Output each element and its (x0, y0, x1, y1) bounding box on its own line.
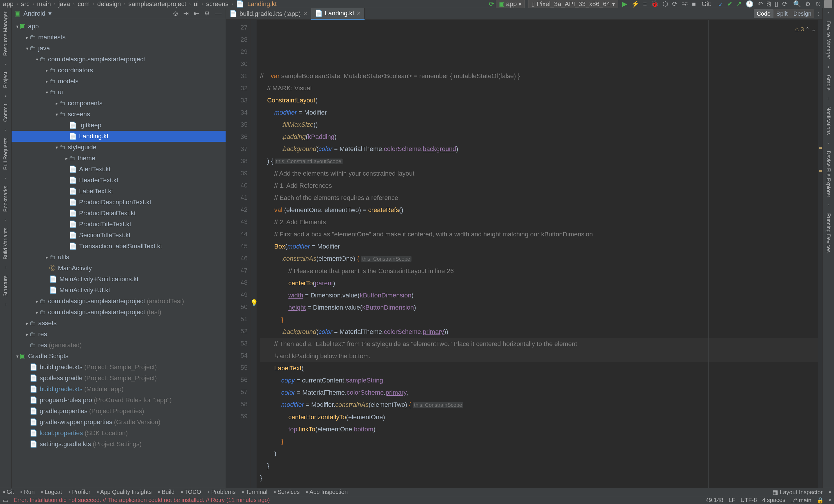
tree-item[interactable]: 📄proguard-rules.pro(ProGuard Rules for "… (12, 395, 225, 406)
coverage-icon[interactable]: ⬡ (663, 0, 668, 8)
tool-services[interactable]: ▫ Services (274, 489, 300, 495)
run-config-selector[interactable]: ▣ app ▾ (496, 0, 525, 9)
tree-item[interactable]: ▸🗀theme (12, 153, 225, 164)
rail-project[interactable]: Project (3, 70, 9, 90)
tree-item[interactable]: 📄Landing.kt (12, 131, 225, 142)
tree-item[interactable]: ▸🗀coordinators (12, 65, 225, 76)
select-opened-icon[interactable]: ⊚ (172, 10, 179, 17)
inspection-widget[interactable]: ⚠ 3 ⌃ ⌄ (794, 23, 816, 35)
expand-icon[interactable]: ⇥ (182, 10, 190, 17)
chevron-up-icon[interactable]: ⌃ (805, 23, 810, 35)
avatar[interactable] (824, 0, 832, 8)
tree-item[interactable]: ▾▣Gradle Scripts (12, 351, 225, 362)
tree-chevron[interactable]: ▸ (45, 79, 49, 84)
rail-icon[interactable]: ▫ (5, 175, 7, 181)
tree-item[interactable]: ▸🗀assets (12, 318, 225, 329)
tool-problems[interactable]: ▫ Problems (207, 489, 236, 495)
tree-item[interactable]: 📄ProductTitleText.kt (12, 219, 225, 230)
undo-icon[interactable]: ↶ (758, 0, 763, 8)
stop-button[interactable]: ■ (692, 0, 696, 8)
apply-changes-icon[interactable]: ⚡ (631, 0, 639, 8)
memory-icon[interactable]: ▫ (829, 497, 831, 503)
breadcrumb-item[interactable]: samplestarterproject (127, 0, 188, 8)
tree-item[interactable]: ▸🗀com.delasign.samplestarterproject(andr… (12, 296, 225, 307)
tree-item[interactable]: ▾🗀screens (12, 109, 225, 120)
tree-chevron[interactable]: ▸ (25, 321, 29, 326)
layout-inspector-tool[interactable]: ▦ Layout Inspector (773, 489, 822, 496)
tool-window-icon[interactable]: ▫ (829, 489, 831, 495)
tree-item[interactable]: 📄MainActivity+UI.kt (12, 285, 225, 296)
mode-split[interactable]: Split (773, 9, 791, 18)
tool-app-inspection[interactable]: ▫ App Inspection (306, 489, 348, 495)
rail-icon[interactable]: ▫ (827, 64, 829, 70)
rail-icon[interactable]: ▫ (5, 61, 7, 67)
breadcrumb-item[interactable]: com (76, 0, 91, 8)
tree-item[interactable]: 📄ProductDescriptionText.kt (12, 197, 225, 208)
rail-resource-manager[interactable]: Resource Manager (3, 10, 9, 58)
tree-item[interactable]: ▾🗀com.delasign.samplestarterproject (12, 54, 225, 65)
rail-running-devices[interactable]: Running Devices (825, 211, 831, 254)
tree-chevron[interactable]: ▸ (54, 101, 59, 106)
tree-chevron[interactable]: ▾ (15, 24, 20, 29)
git-branch[interactable]: ⎇ main (791, 497, 811, 504)
close-icon[interactable]: ✕ (303, 11, 308, 17)
sync-project-icon[interactable]: ⟳ (782, 0, 787, 8)
tree-item[interactable]: ▸🗀manifests (12, 32, 225, 43)
error-stripe[interactable] (818, 20, 822, 488)
tree-item[interactable]: 📄ProductDetailText.kt (12, 208, 225, 219)
tree-item[interactable]: ▾▣app (12, 21, 225, 32)
more-icon[interactable]: ⋮ (817, 12, 820, 16)
tree-item[interactable]: ▸🗀models (12, 76, 225, 87)
debug-button[interactable]: 🐞 (651, 0, 659, 8)
tree-chevron[interactable]: ▾ (45, 90, 49, 95)
fold-gutter[interactable]: 💡 (251, 20, 257, 488)
tree-item[interactable]: 📄AlertText.kt (12, 164, 225, 175)
indent-settings[interactable]: 4 spaces (762, 497, 785, 503)
tree-item[interactable]: 📄LabelText.kt (12, 186, 225, 197)
rail-bookmarks[interactable]: Bookmarks (3, 184, 9, 213)
run-button[interactable]: ▶ (622, 0, 627, 8)
rail-notifications[interactable]: Notifications (825, 105, 831, 137)
rail-commit[interactable]: Commit (3, 102, 9, 123)
apply-code-icon[interactable]: ≡ (643, 0, 647, 8)
tree-item[interactable]: ▾🗀styleguide (12, 142, 225, 153)
tree-item[interactable]: ▸🗀utils (12, 252, 225, 263)
file-encoding[interactable]: UTF-8 (741, 497, 757, 503)
tool-build[interactable]: ▫ Build (158, 489, 175, 495)
device-icon[interactable]: ▯ (775, 0, 778, 8)
mode-design[interactable]: Design (791, 9, 814, 18)
tree-item[interactable]: 📄.gitkeep (12, 120, 225, 131)
breadcrumb-item[interactable]: src (20, 0, 31, 8)
editor-tab[interactable]: 📄build.gradle.kts (:app)✕ (226, 8, 311, 20)
settings-icon[interactable]: ⚙ (805, 0, 811, 8)
breadcrumb-item[interactable]: screens (205, 0, 229, 8)
breadcrumb-item[interactable]: main (36, 0, 52, 8)
tool-todo[interactable]: ▫ TODO (181, 489, 201, 495)
rail-pull-requests[interactable]: Pull Requests (3, 136, 9, 171)
rail-device-file-explorer[interactable]: Device File Explorer (825, 149, 831, 199)
tree-item[interactable]: 🗀res(generated) (12, 340, 225, 351)
commit-icon[interactable]: ✔ (727, 0, 732, 8)
breadcrumb-item[interactable]: app (2, 0, 15, 8)
tool-logcat[interactable]: ▫ Logcat (41, 489, 62, 495)
editor-tab[interactable]: 📄Landing.kt✕ (311, 8, 365, 20)
rail-icon[interactable]: ▫ (827, 202, 829, 209)
tool-profiler[interactable]: ▫ Profiler (68, 489, 90, 495)
breadcrumb-item[interactable]: ui (193, 0, 200, 8)
tree-item[interactable]: ⒸMainActivity (12, 263, 225, 274)
code-editor[interactable]: 2728293031323334353637383940414243444546… (226, 20, 822, 488)
rail-device-manager[interactable]: Device Manager (825, 19, 831, 61)
rail-build-variants[interactable]: Build Variants (3, 226, 9, 261)
cursor-position[interactable]: 49:148 (706, 497, 723, 503)
tree-item[interactable]: 📄local.properties(SDK Location) (12, 428, 225, 439)
tree-item[interactable]: 📄HeaderText.kt (12, 175, 225, 186)
breadcrumb-item[interactable]: delasign (96, 0, 122, 8)
tree-chevron[interactable]: ▸ (25, 331, 29, 337)
rail-icon[interactable]: ▫ (5, 216, 7, 223)
tree-item[interactable]: ▸🗀components (12, 98, 225, 109)
rail-gradle[interactable]: Gradle (825, 73, 831, 92)
breadcrumb-item[interactable]: Landing.kt (246, 0, 278, 8)
tree-item[interactable]: 📄build.gradle.kts(Module :app) (12, 384, 225, 395)
tree-chevron[interactable]: ▸ (35, 299, 39, 304)
tree-item[interactable]: ▾🗀ui (12, 87, 225, 98)
